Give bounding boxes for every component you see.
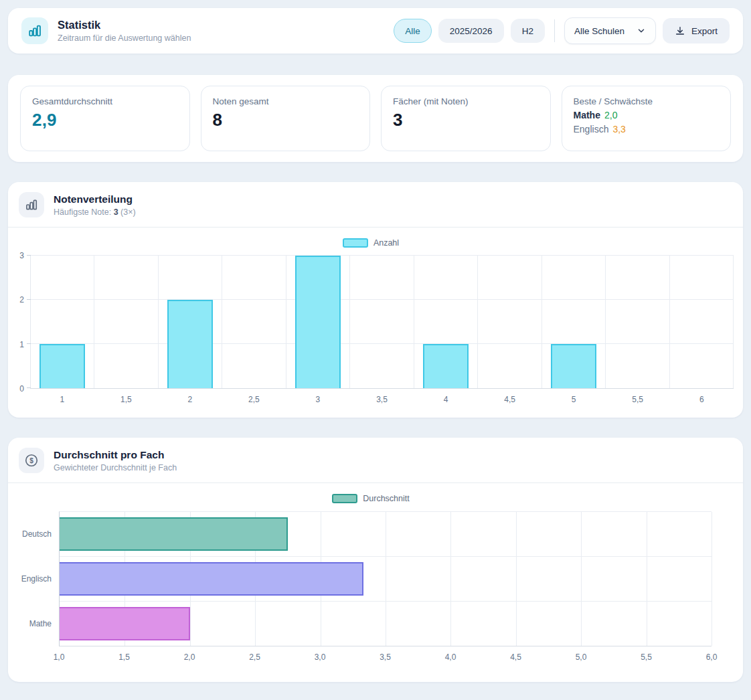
bar-grade-5 bbox=[551, 344, 596, 388]
worst-subject-name: Englisch bbox=[574, 124, 609, 135]
page-subtitle: Zeitraum für die Auswertung wählen bbox=[58, 33, 191, 43]
filter-halfyear-button[interactable]: H2 bbox=[511, 19, 545, 43]
category-label-englisch: Englisch bbox=[8, 556, 59, 601]
best-subject-value: 2,0 bbox=[604, 110, 617, 120]
section-title: Notenverteilung bbox=[54, 193, 136, 205]
chart-legend: Durchschnitt bbox=[8, 494, 734, 503]
export-label: Export bbox=[691, 26, 718, 36]
bar-grade-3 bbox=[295, 256, 341, 388]
legend-label: Durchschnitt bbox=[363, 494, 409, 503]
stat-card-overall-average: Gesamtdurchschnitt 2,9 bbox=[20, 86, 190, 151]
subject-average-section: $ Durchschnitt pro Fach Gewichteter Durc… bbox=[8, 438, 743, 682]
stat-card-subjects: Fächer (mit Noten) 3 bbox=[381, 86, 551, 151]
section-subtitle: Gewichteter Durchschnitt je Fach bbox=[54, 463, 177, 472]
bar-grade-4 bbox=[423, 344, 469, 388]
category-label-mathe: Mathe bbox=[8, 602, 59, 646]
plot-area bbox=[59, 511, 712, 646]
stat-value: 3 bbox=[393, 110, 539, 130]
page: { "header": { "title": "Statistik", "sub… bbox=[0, 0, 751, 700]
x-axis-labels: 11,522,533,544,555,56 bbox=[30, 389, 734, 404]
x-axis-labels: 1,01,52,02,53,03,54,04,55,05,56,0 bbox=[59, 652, 712, 669]
best-subject-line: Mathe 2,0 bbox=[574, 110, 720, 120]
bar-grade-2 bbox=[167, 300, 213, 388]
chart-legend: Anzahl bbox=[8, 238, 734, 248]
statistics-icon bbox=[21, 17, 48, 44]
bar-subject-deutsch bbox=[60, 517, 288, 551]
worst-subject-value: 3,3 bbox=[612, 124, 625, 135]
y-axis-labels: 0123 bbox=[8, 256, 30, 389]
worst-subject-line: Englisch 3,3 bbox=[574, 124, 720, 135]
subject-average-chart: Durchschnitt DeutschEnglischMathe 1,01,5… bbox=[8, 483, 743, 669]
filter-alle-button[interactable]: Alle bbox=[394, 19, 432, 43]
export-button[interactable]: Export bbox=[663, 18, 730, 43]
stats-row: Gesamtdurchschnitt 2,9 Noten gesamt 8 Fä… bbox=[8, 75, 743, 162]
category-axis-labels: DeutschEnglischMathe bbox=[8, 511, 59, 646]
best-subject-name: Mathe bbox=[574, 110, 600, 120]
header-actions: Alle 2025/2026 H2 Alle Schulen Export bbox=[394, 17, 730, 44]
stat-label: Gesamtdurchschnitt bbox=[32, 96, 178, 106]
plot-area bbox=[30, 256, 734, 389]
stat-label: Noten gesamt bbox=[213, 96, 359, 106]
filter-schoolyear-button[interactable]: 2025/2026 bbox=[438, 19, 504, 43]
school-select[interactable]: Alle Schulen bbox=[564, 17, 656, 44]
subject-average-header: $ Durchschnitt pro Fach Gewichteter Durc… bbox=[8, 438, 743, 483]
grade-distribution-header: Notenverteilung Häufigste Note: 3 (3×) bbox=[8, 182, 743, 228]
legend-label: Anzahl bbox=[373, 238, 399, 248]
stat-card-total-grades: Noten gesamt 8 bbox=[201, 86, 371, 151]
bar-subject-englisch bbox=[60, 562, 363, 596]
legend-swatch bbox=[343, 238, 368, 248]
download-icon bbox=[675, 25, 685, 36]
dollar-circle-icon: $ bbox=[19, 448, 44, 473]
bar-subject-mathe bbox=[60, 607, 190, 640]
stat-value: 8 bbox=[213, 110, 359, 130]
stat-value: 2,9 bbox=[32, 110, 178, 130]
chevron-down-icon bbox=[637, 26, 646, 35]
grade-distribution-chart: Anzahl 0123 11,522,533,544,555,56 bbox=[8, 228, 743, 404]
category-label-deutsch: Deutsch bbox=[8, 511, 59, 556]
page-title: Statistik bbox=[58, 19, 191, 31]
bar-grade-1 bbox=[39, 344, 85, 388]
stat-label: Beste / Schwächste bbox=[574, 96, 720, 106]
bar-chart-icon bbox=[19, 192, 44, 217]
svg-text:$: $ bbox=[29, 457, 33, 464]
legend-swatch bbox=[332, 494, 357, 503]
stat-card-best-worst: Beste / Schwächste Mathe 2,0 Englisch 3,… bbox=[562, 86, 732, 151]
grade-distribution-section: Notenverteilung Häufigste Note: 3 (3×) A… bbox=[8, 182, 743, 418]
header-divider bbox=[554, 19, 555, 42]
school-select-value: Alle Schulen bbox=[574, 26, 624, 36]
section-title: Durchschnitt pro Fach bbox=[54, 449, 177, 461]
page-header: Statistik Zeitraum für die Auswertung wä… bbox=[8, 8, 743, 54]
section-subtitle: Häufigste Note: 3 (3×) bbox=[54, 207, 136, 217]
stat-label: Fächer (mit Noten) bbox=[393, 96, 539, 106]
